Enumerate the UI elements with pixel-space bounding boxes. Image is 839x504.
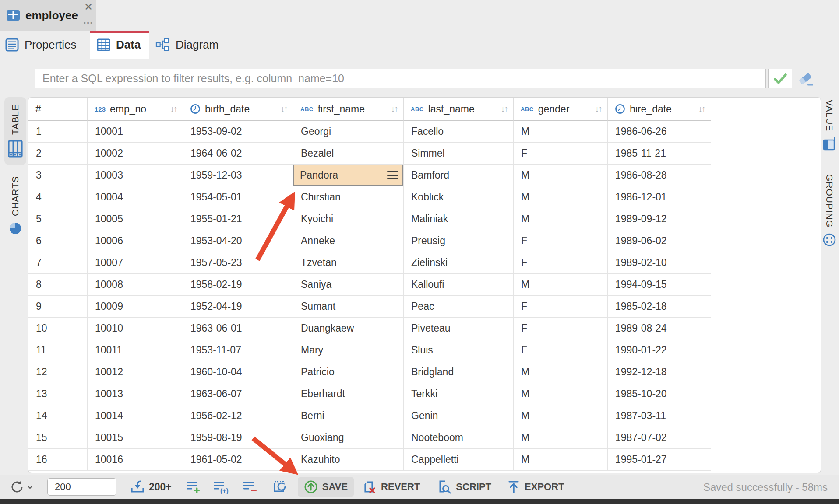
cell-last_name[interactable]: Bamford xyxy=(404,164,514,186)
cell-hire_date[interactable]: 1986-12-01 xyxy=(608,186,711,208)
cell-first_name[interactable]: Anneke xyxy=(293,230,404,252)
cell-rownum[interactable]: 12 xyxy=(28,361,88,383)
cell-last_name[interactable]: Cappelletti xyxy=(404,449,514,471)
cell-emp_no[interactable]: 10003 xyxy=(88,164,183,186)
cell-first_name[interactable]: Mary xyxy=(293,340,404,361)
close-icon[interactable]: ✕ xyxy=(84,1,93,13)
sql-filter-input[interactable] xyxy=(35,69,766,88)
delete-row-icon[interactable] xyxy=(243,480,257,494)
cell-last_name[interactable]: Peac xyxy=(404,296,514,318)
cell-rownum[interactable]: 15 xyxy=(28,427,88,449)
cell-birth_date[interactable]: 1953-11-07 xyxy=(183,340,293,361)
cell-rownum[interactable]: 6 xyxy=(28,230,88,252)
selected-cell[interactable]: Pandora xyxy=(293,164,404,186)
sort-arrows-icon[interactable]: ↓↑ xyxy=(595,104,603,114)
cell-birth_date[interactable]: 1959-08-19 xyxy=(183,427,293,449)
cell-hire_date[interactable]: 1994-09-15 xyxy=(608,274,711,296)
cell-emp_no[interactable]: 10016 xyxy=(88,449,183,471)
cell-last_name[interactable]: Koblick xyxy=(404,186,514,208)
cell-first_name[interactable]: Sumant xyxy=(293,296,404,318)
refresh-icon[interactable] xyxy=(10,480,25,494)
cell-birth_date[interactable]: 1952-04-19 xyxy=(183,296,293,318)
cell-first_name[interactable]: Tzvetan xyxy=(293,252,404,274)
sidebar-item-value[interactable]: VALUE xyxy=(821,100,838,150)
cell-emp_no[interactable]: 10008 xyxy=(88,274,183,296)
cell-emp_no[interactable]: 10002 xyxy=(88,143,183,164)
chevron-down-icon[interactable] xyxy=(27,485,33,489)
cell-birth_date[interactable]: 1958-02-19 xyxy=(183,274,293,296)
tab-diagram[interactable]: Diagram xyxy=(151,31,230,59)
cell-birth_date[interactable]: 1964-06-02 xyxy=(183,143,293,164)
cell-rownum[interactable]: 7 xyxy=(28,252,88,274)
tab-properties[interactable]: Properties xyxy=(3,31,89,59)
generate-mock-data-icon[interactable] xyxy=(272,480,287,494)
cell-first_name[interactable]: Chirstian xyxy=(293,186,404,208)
cell-last_name[interactable]: Piveteau xyxy=(404,318,514,340)
tab-overflow-icon[interactable]: ... xyxy=(83,14,93,26)
cell-birth_date[interactable]: 1954-05-01 xyxy=(183,186,293,208)
cell-last_name[interactable]: Maliniak xyxy=(404,208,514,230)
sort-arrows-icon[interactable]: ↓↑ xyxy=(698,104,706,114)
cell-emp_no[interactable]: 10004 xyxy=(88,186,183,208)
cell-gender[interactable]: M xyxy=(514,449,608,471)
column-header-last_name[interactable]: ABClast_name↓↑ xyxy=(404,98,514,121)
sort-arrows-icon[interactable]: ↓↑ xyxy=(501,104,509,114)
cell-last_name[interactable]: Nooteboom xyxy=(404,427,514,449)
cell-gender[interactable]: F xyxy=(514,318,608,340)
cell-last_name[interactable]: Kalloufi xyxy=(404,274,514,296)
cell-rownum[interactable]: 2 xyxy=(28,143,88,164)
cell-emp_no[interactable]: 10007 xyxy=(88,252,183,274)
cell-hire_date[interactable]: 1985-10-20 xyxy=(608,383,711,405)
column-header-gender[interactable]: ABCgender↓↑ xyxy=(514,98,608,121)
column-header-birth_date[interactable]: birth_date↓↑ xyxy=(183,98,293,121)
sidebar-item-charts[interactable]: CHARTS xyxy=(4,171,26,241)
duplicate-row-icon[interactable]: (+) xyxy=(213,480,229,494)
column-header-first_name[interactable]: ABCfirst_name↓↑ xyxy=(293,98,404,121)
cell-gender[interactable]: F xyxy=(514,252,608,274)
cell-first_name[interactable]: Berni xyxy=(293,405,404,427)
cell-first_name[interactable]: Kazuhito xyxy=(293,449,404,471)
revert-button[interactable]: REVERT xyxy=(363,480,420,494)
cell-rownum[interactable]: 13 xyxy=(28,383,88,405)
cell-gender[interactable]: M xyxy=(514,186,608,208)
cell-birth_date[interactable]: 1963-06-07 xyxy=(183,383,293,405)
editor-tab-employee[interactable]: employee xyxy=(0,0,96,31)
cell-rownum[interactable]: 10 xyxy=(28,318,88,340)
cell-birth_date[interactable]: 1961-05-02 xyxy=(183,449,293,471)
cell-hire_date[interactable]: 1989-08-24 xyxy=(608,318,711,340)
cell-last_name[interactable]: Simmel xyxy=(404,143,514,164)
cell-gender[interactable]: M xyxy=(514,361,608,383)
cell-first_name[interactable]: Georgi xyxy=(293,121,404,143)
cell-gender[interactable]: M xyxy=(514,427,608,449)
sort-arrows-icon[interactable]: ↓↑ xyxy=(280,104,289,114)
cell-gender[interactable]: M xyxy=(514,405,608,427)
cell-rownum[interactable]: 16 xyxy=(28,449,88,471)
cell-rownum[interactable]: 1 xyxy=(28,121,88,143)
cell-hire_date[interactable]: 1995-01-27 xyxy=(608,449,711,471)
cell-birth_date[interactable]: 1963-06-01 xyxy=(183,318,293,340)
cell-hire_date[interactable]: 1989-02-10 xyxy=(608,252,711,274)
cell-birth_date[interactable]: 1953-04-20 xyxy=(183,230,293,252)
cell-birth_date[interactable]: 1956-02-12 xyxy=(183,405,293,427)
cell-last_name[interactable]: Sluis xyxy=(404,340,514,361)
cell-gender[interactable]: M xyxy=(514,121,608,143)
cell-emp_no[interactable]: 10013 xyxy=(88,383,183,405)
sort-arrows-icon[interactable]: ↓↑ xyxy=(170,104,178,114)
cell-gender[interactable]: M xyxy=(514,164,608,186)
sidebar-item-table[interactable]: TABLE xyxy=(4,97,26,165)
add-row-icon[interactable] xyxy=(186,480,201,494)
cell-first_name[interactable]: Saniya xyxy=(293,274,404,296)
cell-first_name[interactable]: Kyoichi xyxy=(293,208,404,230)
cell-emp_no[interactable]: 10010 xyxy=(88,318,183,340)
cell-hire_date[interactable]: 1985-02-18 xyxy=(608,296,711,318)
cell-last_name[interactable]: Facello xyxy=(404,121,514,143)
cell-emp_no[interactable]: 10009 xyxy=(88,296,183,318)
cell-gender[interactable]: M xyxy=(514,383,608,405)
cell-first_name[interactable]: Guoxiang xyxy=(293,427,404,449)
cell-birth_date[interactable]: 1953-09-02 xyxy=(183,121,293,143)
sort-arrows-icon[interactable]: ↓↑ xyxy=(391,104,399,114)
cell-last_name[interactable]: Bridgland xyxy=(404,361,514,383)
cell-emp_no[interactable]: 10015 xyxy=(88,427,183,449)
cell-birth_date[interactable]: 1959-12-03 xyxy=(183,164,293,186)
cell-gender[interactable]: F xyxy=(514,230,608,252)
